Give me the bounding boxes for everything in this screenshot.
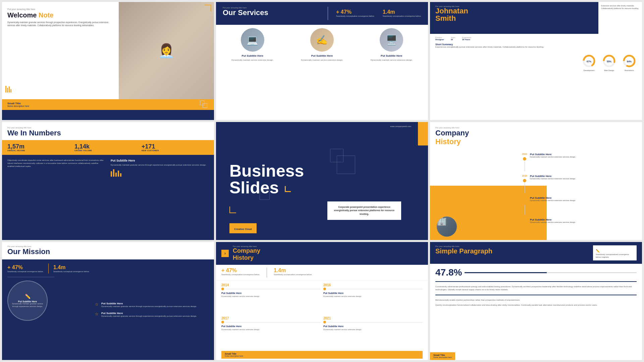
- slide4-numbers-bar: 1,57m ANNUAL INCOME 1,14k GROWS VOLUME +…: [2, 140, 214, 155]
- percentage-bar: [465, 272, 637, 273]
- dot-line-4: [323, 321, 423, 323]
- mission-text-2: Put Subtitle Here Dynamically maintain g…: [101, 312, 197, 317]
- slide-simple-paragraph: Put your amazing title here Simple Parag…: [430, 242, 642, 360]
- dot-4: [323, 321, 326, 323]
- para-text-3: Quickly reconceptualize functionalized c…: [435, 304, 637, 307]
- timeline-connector-1: [525, 161, 525, 171]
- timeline-item-2014: 2014 Put Subtitle Here Dynamically maint…: [221, 283, 321, 314]
- stat-divider: [48, 263, 49, 274]
- slide8-timeline-grid: 2014 Put Subtitle Here Dynamically maint…: [216, 281, 428, 350]
- slide8-stats: + 47% Seamlessly conceptualize convergen…: [216, 265, 428, 281]
- website-url: www.companyweb.com: [390, 125, 411, 127]
- slide-business-slides: www.companyweb.com Business Slides Corpo…: [216, 122, 428, 240]
- slide5-main-title: Business Slides: [216, 163, 428, 196]
- slide5-description-box: Corporate powerpoint presentation experi…: [327, 201, 401, 220]
- slide2-services-row: 💻 Put Subtitle Here Dynamically maintain…: [216, 25, 428, 120]
- creative-cloud-button[interactable]: Creative Cloud: [229, 223, 257, 233]
- timeline-item-1: 2021 Put Subtitle Here Dynamically maint…: [522, 153, 639, 171]
- slide1-navy-bottom: [2, 110, 214, 120]
- line-2: [327, 289, 423, 289]
- arrow-button[interactable]: ›: [221, 250, 229, 257]
- slide8-title-section: Put your amazing title here Company Hist…: [233, 245, 260, 261]
- bracket-decoration: [229, 206, 236, 213]
- slide-company-history-v2: › Put your amazing title here Company Hi…: [216, 242, 428, 360]
- stats-divider-v: [267, 267, 267, 278]
- slide1-image: 👩‍💼: [119, 2, 214, 99]
- slide4-yellow-bars: [111, 169, 209, 177]
- slide-johnatan-smith: Put your amazing title here Johnatan Smi…: [430, 2, 642, 120]
- timeline-text-1: Put Subtitle Here Dynamically maintain s…: [530, 153, 639, 159]
- timeline-item-2021: 2021 Put Subtitle Here Dynamically maint…: [323, 316, 423, 347]
- mission-item-1: ☆ Put Subtitle Here Dynamically maintain…: [95, 302, 209, 308]
- para-text-1: Conveniently administrate professional s…: [435, 285, 637, 291]
- mission-item-2: ☆ Put Subtitle Here Dynamically maintain…: [95, 312, 209, 317]
- slide2-heading: Our Services: [223, 9, 268, 17]
- slide3-charts-row: 67% Development 55% Web Design 84% Illus…: [430, 51, 642, 74]
- slide2-stats: + 47% Seamlessly conceptualize convergen…: [328, 7, 421, 20]
- timeline-dot-2: [523, 179, 526, 182]
- star-icon-1: ☆: [95, 302, 99, 307]
- building-circle-image: 🏢: [437, 217, 457, 237]
- slide3-experience: Experience 16 Years: [462, 37, 472, 41]
- slide3-summary: Short Summary Experiences energistically…: [430, 43, 642, 51]
- slide7-bottom: + 47% Seamlessly conceptual convergence …: [2, 259, 214, 360]
- timeline-text-2: Put Subtitle Here Dynamically maintain s…: [530, 175, 639, 180]
- slide7-stat1: + 47% Seamlessly conceptual convergence …: [7, 264, 44, 273]
- dot-line-2: [323, 288, 423, 290]
- star-icon-2: ☆: [95, 312, 99, 316]
- slide-our-mission: Put your amazing title here Our Mission …: [2, 242, 214, 360]
- slide1-desc: Dynamically maintain granular services t…: [7, 21, 113, 27]
- slide3-position: Position Designer: [435, 37, 444, 41]
- slide2-title-section: Put your amazing title here Our Services: [223, 7, 268, 17]
- slide9-name-area: Put your amazing title here Simple Parag…: [435, 245, 593, 255]
- timeline-dot-1: [523, 157, 526, 161]
- service-item-1: 💻 Put Subtitle Here Dynamically maintain…: [219, 28, 285, 61]
- slide3-info-row: Position Designer Years 10 Experience 16…: [430, 34, 642, 43]
- timeline-connector-2: [525, 183, 525, 193]
- num-item-3: +171 NEW CUSTOMER: [142, 143, 209, 152]
- line-4: [327, 322, 423, 322]
- gray-square-deco2: [200, 101, 205, 105]
- svg-text:55%: 55%: [607, 60, 612, 63]
- timeline-dot-3: [523, 201, 526, 204]
- slide-welcome-note: Put your amazing title here Welcome Note…: [2, 2, 214, 120]
- slide6-timeline: 2021 Put Subtitle Here Dynamically maint…: [430, 149, 642, 240]
- pencil-icon: ✏️: [596, 249, 600, 253]
- percentage-bar-fill: [465, 272, 547, 273]
- slide7-top: Put your amazing title here Our Mission: [2, 242, 214, 259]
- service-circle-1: 💻: [241, 28, 264, 52]
- percentage-value: 47.8%: [435, 267, 462, 278]
- slide8-stat1: + 47% Seamlessly conceptualize convergen…: [221, 267, 260, 278]
- slide9-small-title-bar: Small Title Some description here: [430, 352, 455, 360]
- square-deco-2: [337, 156, 355, 174]
- slide8-heading: Company History: [233, 247, 260, 261]
- timeline-items: 2021 Put Subtitle Here Dynamically maint…: [522, 153, 639, 229]
- num-item-1: 1,57m ANNUAL INCOME: [7, 143, 74, 152]
- yellow-corner-deco: [418, 122, 428, 145]
- slide8-top-bar: › Put your amazing title here Company Hi…: [216, 242, 428, 265]
- slide1-subtitle: Put your amazing title here: [7, 8, 113, 10]
- timeline-item-2016: 2016 Put Subtitle Here Dynamically maint…: [323, 283, 423, 314]
- slide1-small-title-bar: Small Title Some description here: [2, 99, 214, 110]
- timeline-item-4: 2014 Put Subtitle Here Dynamically maint…: [522, 218, 639, 226]
- accent-line-2: [435, 295, 637, 295]
- accent-line: [435, 281, 637, 282]
- pencil-icon: ✏️: [25, 294, 31, 299]
- slide2-stat1: + 47% Seamlessly conceptualize convergen…: [336, 9, 375, 17]
- timeline-dot-4: [523, 223, 526, 226]
- timeline-item-2: 2019 Put Subtitle Here Dynamically maint…: [522, 175, 639, 193]
- timeline-content: 2021 Put Subtitle Here Dynamically maint…: [430, 149, 642, 240]
- slide4-bottom-left: Objectively coordinate impactful come se…: [7, 159, 105, 236]
- slide4-bottom: Objectively coordinate impactful come se…: [2, 155, 214, 240]
- slide3-header: Put your amazing title here Johnatan Smi…: [430, 2, 642, 34]
- line-3: [225, 322, 321, 322]
- num-item-2: 1,14k GROWS VOLUME: [74, 143, 142, 152]
- slide2-stat2: 1.4m Seamlessly conceptualize convergenc…: [383, 9, 421, 17]
- slide6-top: Put your amazing title here Company Hist…: [430, 122, 642, 149]
- square-deco-3: [260, 190, 270, 200]
- corner-bracket-icon: [205, 5, 211, 11]
- dot-line-1: [221, 288, 321, 290]
- divider-line: [7, 277, 54, 277]
- para-text-2: Monotonectally enable intuitive partners…: [435, 299, 637, 302]
- slide-our-services: Put your amazing title here Our Services…: [216, 2, 428, 120]
